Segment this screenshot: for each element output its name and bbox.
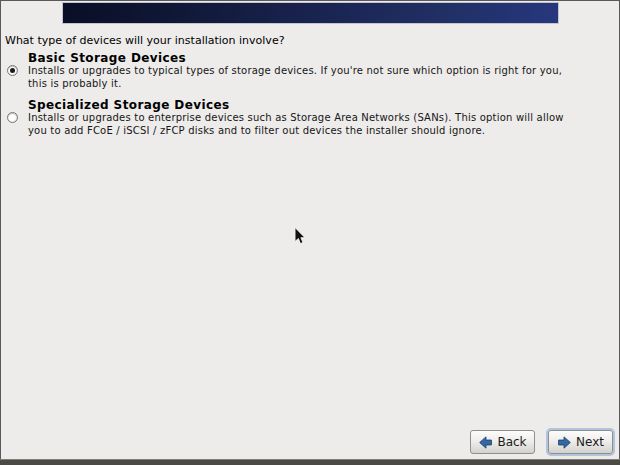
- bottom-status-bar: [0, 459, 620, 465]
- radio-specialized-storage[interactable]: [7, 112, 18, 123]
- installer-window: { "window": { "question": "What type of …: [0, 0, 620, 465]
- description-line: you to add FCoE / iSCSI / zFCP disks and…: [28, 125, 620, 138]
- option-specialized-description: Installs or upgrades to enterprise devic…: [28, 112, 620, 137]
- description-line: this is probably it.: [28, 78, 620, 91]
- question-text: What type of devices will your installat…: [5, 34, 285, 47]
- next-arrow-icon: [557, 435, 572, 450]
- next-button-label: Next: [576, 435, 604, 449]
- description-line: Installs or upgrades to enterprise devic…: [28, 112, 620, 125]
- back-button[interactable]: Back: [470, 430, 535, 454]
- option-basic-storage[interactable]: Basic Storage Devices Installs or upgrad…: [0, 51, 620, 90]
- next-button[interactable]: Next: [548, 430, 613, 454]
- option-basic-description: Installs or upgrades to typical types of…: [28, 65, 620, 90]
- back-arrow-icon: [478, 435, 493, 450]
- mouse-cursor-icon: [294, 227, 306, 245]
- radio-dot-icon: [10, 68, 15, 73]
- back-button-label: Back: [497, 435, 526, 449]
- radio-basic-storage[interactable]: [7, 65, 18, 76]
- installer-header-banner: [62, 2, 559, 24]
- description-line: Installs or upgrades to typical types of…: [28, 65, 620, 78]
- option-basic-title: Basic Storage Devices: [28, 51, 620, 65]
- option-specialized-storage[interactable]: Specialized Storage Devices Installs or …: [0, 98, 620, 137]
- option-specialized-title: Specialized Storage Devices: [28, 98, 620, 112]
